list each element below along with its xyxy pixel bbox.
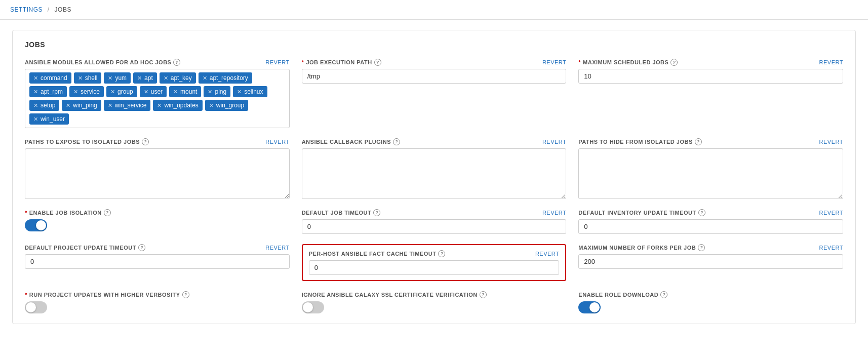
tag-remove-icon[interactable]: ✕ — [164, 75, 168, 81]
maximum-forks-input[interactable] — [578, 254, 843, 269]
job-execution-path-revert[interactable]: REVERT — [542, 59, 566, 65]
tag-label: yum — [115, 74, 127, 82]
maximum-forks-revert[interactable]: REVERT — [819, 245, 843, 251]
tag-remove-icon[interactable]: ✕ — [33, 89, 38, 95]
ansible-callback-plugins-revert[interactable]: REVERT — [542, 139, 566, 145]
tag-remove-icon[interactable]: ✕ — [157, 103, 162, 108]
tag-remove-icon[interactable]: ✕ — [173, 89, 178, 95]
enable-job-isolation-thumb — [36, 220, 46, 230]
list-item[interactable]: ✕apt_rpm — [29, 86, 67, 97]
ansible-callback-plugins-help-icon[interactable]: ? — [393, 138, 400, 145]
ansible-callback-plugins-input[interactable] — [302, 148, 567, 199]
tag-remove-icon[interactable]: ✕ — [33, 75, 38, 81]
default-job-timeout-help-icon[interactable]: ? — [373, 209, 380, 216]
default-job-timeout-field: DEFAULT JOB TIMEOUT ? REVERT — [302, 209, 567, 234]
list-item[interactable]: ✕selinux — [233, 86, 267, 97]
tag-remove-icon[interactable]: ✕ — [108, 103, 112, 108]
default-project-update-timeout-label: DEFAULT PROJECT UPDATE TIMEOUT ? — [25, 244, 145, 251]
paths-to-hide-label: PATHS TO HIDE FROM ISOLATED JOBS ? — [578, 138, 701, 145]
run-project-updates-help-icon[interactable]: ? — [182, 291, 189, 298]
tag-remove-icon[interactable]: ✕ — [33, 116, 38, 122]
maximum-forks-help-icon[interactable]: ? — [698, 244, 705, 251]
default-project-update-timeout-help-icon[interactable]: ? — [138, 244, 145, 251]
ansible-modules-tags[interactable]: ✕command✕shell✕yum✕apt✕apt_key✕apt_repos… — [25, 69, 290, 128]
ansible-modules-revert[interactable]: REVERT — [265, 59, 289, 65]
run-project-updates-toggle[interactable] — [25, 301, 47, 313]
tag-remove-icon[interactable]: ✕ — [203, 75, 207, 81]
tag-remove-icon[interactable]: ✕ — [110, 89, 115, 95]
enable-role-download-toggle[interactable] — [578, 301, 601, 313]
list-item[interactable]: ✕shell — [74, 72, 102, 84]
default-job-timeout-revert[interactable]: REVERT — [542, 210, 566, 216]
list-item[interactable]: ✕command — [29, 72, 71, 84]
ignore-galaxy-ssl-toggle[interactable] — [302, 301, 324, 313]
list-item[interactable]: ✕service — [69, 86, 104, 97]
job-execution-path-help-icon[interactable]: ? — [374, 59, 381, 66]
tag-remove-icon[interactable]: ✕ — [108, 75, 112, 81]
list-item[interactable]: ✕win_updates — [153, 100, 202, 111]
breadcrumb-settings[interactable]: SETTINGS — [10, 6, 43, 13]
default-inventory-update-timeout-revert[interactable]: REVERT — [819, 210, 843, 216]
per-host-fact-cache-timeout-revert[interactable]: REVERT — [535, 251, 559, 257]
per-host-fact-cache-timeout-help-icon[interactable]: ? — [438, 250, 445, 257]
default-inventory-update-timeout-input[interactable] — [578, 219, 843, 234]
enable-job-isolation-toggle[interactable] — [25, 219, 47, 231]
list-item[interactable]: ✕apt_repository — [199, 72, 252, 84]
default-job-timeout-input[interactable] — [302, 219, 567, 234]
list-item[interactable]: ✕yum — [104, 72, 131, 84]
default-project-update-timeout-revert[interactable]: REVERT — [265, 245, 289, 251]
tag-remove-icon[interactable]: ✕ — [144, 89, 148, 95]
breadcrumb: SETTINGS / JOBS — [10, 6, 858, 13]
enable-role-download-field: ENABLE ROLE DOWNLOAD ? — [578, 291, 843, 313]
enable-role-download-help-icon[interactable]: ? — [660, 291, 667, 298]
job-execution-path-input[interactable] — [302, 69, 567, 84]
list-item[interactable]: ✕win_service — [104, 100, 151, 111]
default-inventory-update-timeout-help-icon[interactable]: ? — [698, 209, 705, 216]
maximum-forks-header: MAXIMUM NUMBER OF FORKS PER JOB ? REVERT — [578, 244, 843, 251]
maximum-scheduled-jobs-header: MAXIMUM SCHEDULED JOBS ? REVERT — [578, 59, 843, 66]
list-item[interactable]: ✕apt_key — [160, 72, 196, 84]
tag-label: ping — [215, 88, 226, 95]
ansible-modules-label: ANSIBLE MODULES ALLOWED FOR AD HOC JOBS … — [25, 59, 180, 66]
tag-remove-icon[interactable]: ✕ — [33, 103, 38, 108]
enable-job-isolation-help-icon[interactable]: ? — [104, 209, 111, 216]
paths-to-hide-help-icon[interactable]: ? — [695, 138, 702, 145]
paths-to-hide-revert[interactable]: REVERT — [819, 139, 843, 145]
enable-job-isolation-track — [25, 219, 47, 231]
maximum-scheduled-jobs-help-icon[interactable]: ? — [670, 59, 678, 66]
tag-remove-icon[interactable]: ✕ — [209, 103, 214, 108]
page-title: JOBS — [25, 41, 843, 49]
paths-to-expose-input[interactable] — [25, 148, 290, 199]
tag-remove-icon[interactable]: ✕ — [237, 89, 242, 95]
tag-remove-icon[interactable]: ✕ — [78, 75, 83, 81]
paths-to-hide-input[interactable] — [578, 148, 843, 199]
tag-label: command — [41, 74, 67, 82]
per-host-fact-cache-timeout-input[interactable] — [309, 260, 560, 275]
list-item[interactable]: ✕setup — [29, 100, 59, 111]
default-project-update-timeout-input[interactable] — [25, 254, 290, 269]
paths-to-expose-revert[interactable]: REVERT — [265, 139, 289, 145]
list-item[interactable]: ✕mount — [169, 86, 201, 97]
run-project-updates-thumb — [26, 302, 36, 312]
tag-remove-icon[interactable]: ✕ — [208, 89, 212, 95]
list-item[interactable]: ✕win_user — [29, 113, 69, 125]
list-item[interactable]: ✕apt — [133, 72, 157, 84]
tag-remove-icon[interactable]: ✕ — [73, 89, 78, 95]
settings-card: JOBS ANSIBLE MODULES ALLOWED FOR AD HOC … — [12, 30, 856, 324]
maximum-scheduled-jobs-field: MAXIMUM SCHEDULED JOBS ? REVERT — [578, 59, 843, 128]
tag-remove-icon[interactable]: ✕ — [66, 103, 70, 108]
list-item[interactable]: ✕ping — [204, 86, 230, 97]
maximum-scheduled-jobs-input[interactable] — [578, 69, 843, 84]
job-execution-path-header: JOB EXECUTION PATH ? REVERT — [302, 59, 567, 66]
list-item[interactable]: ✕win_group — [205, 100, 248, 111]
maximum-scheduled-jobs-revert[interactable]: REVERT — [819, 59, 843, 65]
list-item[interactable]: ✕group — [106, 86, 137, 97]
list-item[interactable]: ✕user — [140, 86, 167, 97]
list-item[interactable]: ✕win_ping — [62, 100, 101, 111]
breadcrumb-separator: / — [48, 6, 50, 13]
ignore-galaxy-ssl-help-icon[interactable]: ? — [480, 291, 487, 298]
paths-to-expose-help-icon[interactable]: ? — [142, 138, 149, 145]
ansible-modules-help-icon[interactable]: ? — [173, 59, 180, 66]
tag-label: apt_key — [171, 74, 192, 82]
tag-remove-icon[interactable]: ✕ — [137, 75, 142, 81]
